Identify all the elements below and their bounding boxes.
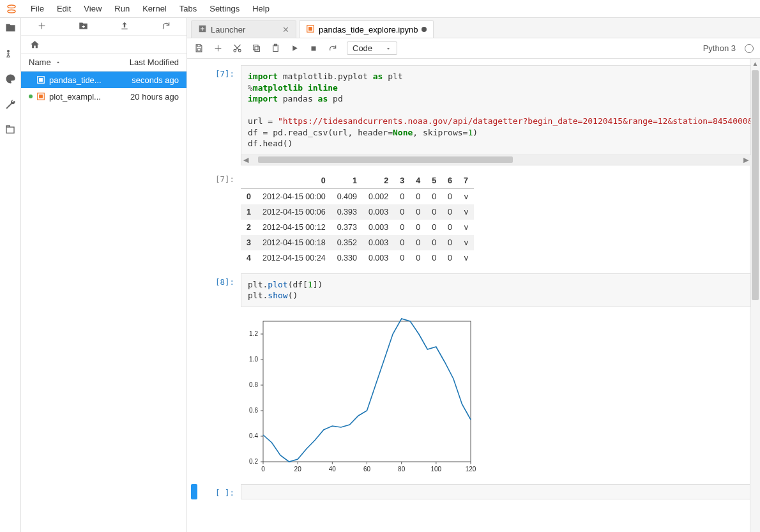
menu-run[interactable]: Run: [108, 1, 136, 16]
svg-rect-7: [39, 95, 43, 98]
svg-rect-5: [39, 78, 43, 82]
cell-gutter: [191, 273, 197, 307]
save-button[interactable]: [194, 43, 204, 54]
cell-output: 0204060801001200.20.40.60.81.01.2: [191, 312, 751, 479]
run-button[interactable]: [289, 43, 300, 54]
menu-settings[interactable]: Settings: [203, 1, 246, 16]
add-cell-button[interactable]: [213, 43, 223, 54]
breadcrumb[interactable]: [21, 36, 186, 54]
file-row[interactable]: pandas_tide...seconds ago: [21, 72, 186, 88]
scrollbar-thumb[interactable]: [752, 70, 759, 300]
svg-text:80: 80: [398, 466, 406, 473]
svg-text:100: 100: [430, 466, 441, 473]
code-input[interactable]: plt.plot(df[1]) plt.show(): [241, 273, 751, 307]
folder-icon[interactable]: [4, 22, 16, 33]
menubar: FileEditViewRunKernelTabsSettingsHelp: [0, 0, 760, 18]
activity-bar: [0, 18, 21, 532]
file-modified: 20 hours ago: [130, 92, 179, 102]
svg-rect-18: [312, 46, 316, 50]
tab-label: pandas_tide_explore.ipynb: [319, 25, 418, 34]
restart-button[interactable]: [328, 43, 338, 54]
svg-point-2: [6, 49, 9, 52]
copy-button[interactable]: [251, 43, 261, 54]
menu-help[interactable]: Help: [246, 1, 276, 16]
dataframe-table: 0123456702012-04-15 00:000.4090.0020000v…: [241, 173, 474, 266]
svg-text:1.2: 1.2: [249, 330, 258, 337]
file-name: plot_exampl...: [49, 92, 101, 102]
svg-text:0.6: 0.6: [249, 407, 258, 414]
svg-text:0.4: 0.4: [249, 432, 258, 439]
filebrowser-header[interactable]: Name Last Modified: [21, 54, 186, 72]
upload-button[interactable]: [118, 21, 131, 32]
palette-icon[interactable]: [4, 73, 16, 84]
code-input[interactable]: [241, 484, 751, 499]
cell-prompt: [8]:: [197, 273, 241, 307]
refresh-button[interactable]: [160, 21, 172, 32]
menu-file[interactable]: File: [24, 1, 50, 16]
menu: FileEditViewRunKernelTabsSettingsHelp: [24, 1, 276, 16]
file-name: pandas_tide...: [49, 75, 102, 85]
svg-text:120: 120: [466, 466, 476, 473]
tab-notebook[interactable]: pandas_tide_explore.ipynb: [299, 20, 434, 38]
line-chart: 0204060801001200.20.40.60.81.01.2: [241, 316, 477, 477]
cell-body: import matplotlib.pyplot as plt %matplot…: [241, 65, 751, 165]
kernel-running-indicator: [29, 95, 33, 98]
cell-output: [7]:0123456702012-04-15 00:000.4090.0020…: [191, 171, 751, 268]
cell-body: [241, 484, 751, 499]
svg-text:0.2: 0.2: [249, 458, 258, 465]
tabs-icon[interactable]: [4, 124, 16, 135]
svg-rect-10: [308, 27, 312, 31]
cell[interactable]: [8]:plt.plot(df[1]) plt.show(): [191, 273, 751, 307]
svg-rect-11: [197, 49, 201, 51]
filebrowser-toolbar: [21, 18, 186, 36]
notebook-icon: [36, 75, 45, 84]
filebrowser-col-modified: Last Modified: [130, 57, 179, 67]
paste-button[interactable]: [270, 43, 280, 54]
svg-rect-3: [6, 127, 14, 133]
file-list: pandas_tide...seconds agoplot_exampl...2…: [21, 72, 186, 532]
menu-view[interactable]: View: [77, 1, 108, 16]
wrench-icon[interactable]: [4, 98, 16, 110]
file-modified: seconds ago: [132, 75, 179, 85]
code-input[interactable]: import matplotlib.pyplot as plt %matplot…: [241, 65, 751, 155]
sort-asc-icon: [55, 59, 61, 66]
cut-button[interactable]: [232, 43, 242, 54]
launcher-icon: [198, 24, 207, 35]
vertical-scrollbar[interactable]: ▲: [750, 59, 760, 532]
scrollbar-thumb[interactable]: [258, 156, 513, 163]
svg-rect-14: [255, 47, 260, 52]
new-launcher-button[interactable]: [35, 22, 48, 32]
svg-text:0: 0: [261, 466, 265, 473]
tabbar: Launcher✕pandas_tide_explore.ipynb: [187, 18, 760, 38]
scroll-up-icon[interactable]: ▲: [750, 59, 760, 69]
horizontal-scrollbar[interactable]: ◀▶: [241, 155, 751, 165]
kernel-name[interactable]: Python 3: [703, 43, 736, 53]
kernel-running-indicator: [29, 78, 33, 82]
menu-kernel[interactable]: Kernel: [136, 1, 173, 16]
cell-prompt: [ ]:: [197, 484, 241, 499]
tab-launcher[interactable]: Launcher✕: [191, 20, 296, 38]
celltype-select[interactable]: Code: [347, 42, 397, 55]
cell-prompt: [7]:: [197, 65, 241, 165]
notebook: ▲ [7]:import matplotlib.pyplot as plt %m…: [187, 59, 760, 532]
workarea: Launcher✕pandas_tide_explore.ipynb Code …: [187, 18, 760, 532]
chevron-down-icon: [385, 45, 391, 52]
cell-gutter: [191, 65, 197, 165]
menu-edit[interactable]: Edit: [50, 1, 77, 16]
new-folder-button[interactable]: [77, 21, 89, 33]
jupyter-logo: [5, 3, 18, 15]
close-icon[interactable]: ✕: [282, 25, 289, 34]
svg-text:1.0: 1.0: [249, 356, 258, 363]
cell[interactable]: [7]:import matplotlib.pyplot as plt %mat…: [191, 65, 751, 165]
filebrowser-col-name: Name: [29, 57, 51, 67]
file-row[interactable]: plot_exampl...20 hours ago: [21, 88, 186, 105]
svg-rect-15: [253, 45, 258, 50]
menu-tabs[interactable]: Tabs: [173, 1, 203, 16]
kernel-indicator[interactable]: [745, 44, 754, 53]
cell[interactable]: [ ]:: [191, 484, 751, 499]
stop-button[interactable]: [308, 43, 319, 54]
notebook-icon: [306, 24, 315, 35]
running-icon[interactable]: [4, 47, 16, 59]
svg-text:0.8: 0.8: [249, 381, 258, 388]
svg-rect-19: [263, 321, 471, 462]
